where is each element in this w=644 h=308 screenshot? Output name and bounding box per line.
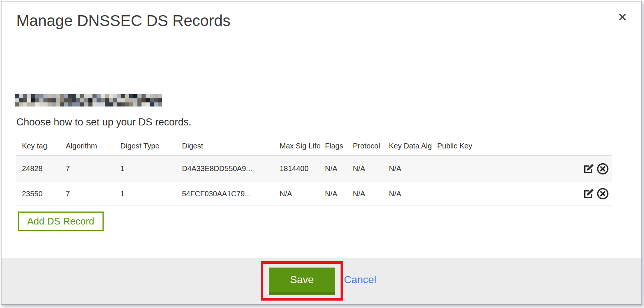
cell-digest-type: 1 bbox=[120, 190, 182, 198]
delete-record-button[interactable] bbox=[596, 162, 609, 176]
table-row: 24828 7 1 D4A33E8DD550A9... 1814400 N/A … bbox=[16, 155, 612, 182]
cell-protocol: N/A bbox=[353, 164, 389, 173]
column-header-protocol: Protocol bbox=[353, 142, 389, 150]
column-header-max-sig-life: Max Sig Life bbox=[280, 142, 325, 150]
screen: Manage DNSSEC DS Records ✕ Choose how to… bbox=[0, 0, 644, 308]
cell-flags: N/A bbox=[325, 164, 353, 173]
column-header-digest: Digest bbox=[182, 142, 280, 150]
row-actions bbox=[575, 162, 612, 176]
column-header-key-tag: Key tag bbox=[16, 142, 66, 150]
column-header-key-data-alg: Key Data Alg bbox=[389, 142, 437, 150]
cell-max-sig-life: N/A bbox=[280, 190, 325, 198]
column-header-algorithm: Algorithm bbox=[66, 142, 120, 150]
ds-records-table: Key tag Algorithm Digest Type Digest Max… bbox=[16, 137, 612, 206]
edit-icon bbox=[582, 187, 595, 200]
cell-flags: N/A bbox=[325, 190, 353, 198]
save-highlight-annotation: Save bbox=[261, 261, 343, 301]
column-header-digest-type: Digest Type bbox=[120, 142, 182, 150]
cell-key-tag: 24828 bbox=[16, 164, 66, 173]
cell-algorithm: 7 bbox=[66, 164, 120, 173]
close-button[interactable]: ✕ bbox=[614, 8, 631, 26]
cell-key-data-alg: N/A bbox=[389, 190, 437, 198]
close-icon: ✕ bbox=[618, 10, 627, 24]
cell-max-sig-life: 1814400 bbox=[280, 164, 325, 173]
delete-icon bbox=[596, 187, 609, 200]
modal-footer: Save Cancel bbox=[1, 258, 641, 304]
edit-icon bbox=[582, 163, 595, 175]
cell-digest-type: 1 bbox=[120, 164, 182, 173]
instruction-text: Choose how to set up your DS records. bbox=[16, 117, 191, 128]
column-header-flags: Flags bbox=[325, 142, 353, 150]
cell-digest: D4A33E8DD550A9... bbox=[182, 164, 280, 173]
delete-record-button[interactable] bbox=[596, 187, 609, 200]
table-body: 24828 7 1 D4A33E8DD550A9... 1814400 N/A … bbox=[16, 155, 612, 206]
row-actions bbox=[575, 187, 612, 200]
edit-record-button[interactable] bbox=[582, 162, 595, 176]
cell-key-data-alg: N/A bbox=[389, 164, 437, 173]
cell-key-tag: 23550 bbox=[16, 190, 66, 198]
column-header-public-key: Public Key bbox=[437, 142, 575, 150]
cell-protocol: N/A bbox=[353, 190, 389, 198]
modal-title: Manage DNSSEC DS Records bbox=[16, 12, 231, 30]
table-header-row: Key tag Algorithm Digest Type Digest Max… bbox=[16, 137, 612, 155]
add-ds-record-button[interactable]: Add DS Record bbox=[18, 212, 104, 231]
table-row: 23550 7 1 54FCF030AA1C79... N/A N/A N/A … bbox=[16, 182, 612, 206]
delete-icon bbox=[596, 163, 609, 175]
manage-dnssec-ds-records-modal: Manage DNSSEC DS Records ✕ Choose how to… bbox=[1, 1, 642, 305]
save-button[interactable]: Save bbox=[269, 268, 335, 295]
edit-record-button[interactable] bbox=[582, 187, 595, 200]
redacted-domain-name bbox=[15, 94, 162, 107]
cancel-link[interactable]: Cancel bbox=[344, 274, 376, 286]
cell-digest: 54FCF030AA1C79... bbox=[182, 190, 280, 198]
cell-algorithm: 7 bbox=[66, 190, 120, 198]
